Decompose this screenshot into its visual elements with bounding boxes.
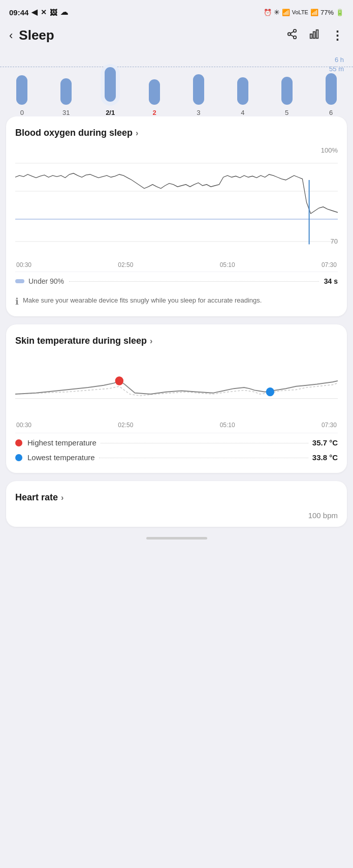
bottom-home-indicator[interactable]: [146, 537, 207, 540]
status-bar: 09:44 ◀ ✕ 🖼 ☁ ⏰ ✳ 📶 VoLTE 📶 77% 🔋: [0, 0, 353, 22]
skin-temp-arrow: ›: [150, 337, 152, 346]
date-label: 6: [329, 109, 333, 116]
svg-point-16: [266, 387, 274, 396]
high-temp-value: 35.7 °C: [312, 438, 338, 447]
x-icon: ✕: [41, 8, 47, 16]
x-label-0: 00:30: [16, 261, 31, 268]
skin-temp-svg: [15, 354, 338, 421]
date-label: 2: [152, 109, 156, 116]
heart-rate-card: Heart rate › 100 bpm: [6, 481, 347, 527]
y-label-min: 70: [331, 237, 338, 245]
date-label: 4: [241, 109, 244, 116]
st-x-label-0: 00:30: [16, 422, 31, 429]
date-item-5[interactable]: 5: [265, 76, 309, 116]
blood-oxygen-chart: 100% 70: [15, 146, 338, 258]
x-label-2: 05:10: [220, 261, 235, 268]
battery-text: 77%: [320, 9, 334, 16]
navigation-icon: ◀: [31, 8, 38, 17]
page-title: Sleep: [19, 27, 286, 43]
cloud-icon: ☁: [60, 8, 68, 17]
stats-button[interactable]: [309, 28, 320, 42]
x-label-3: 07:30: [322, 261, 337, 268]
st-x-label-3: 07:30: [322, 422, 337, 429]
heart-rate-title[interactable]: Heart rate ›: [15, 492, 338, 503]
nav-icons: ⋮: [286, 28, 344, 43]
time-display: 09:44: [9, 8, 28, 17]
date-item-0[interactable]: 0: [0, 74, 44, 116]
date-item-3[interactable]: 3: [177, 73, 221, 116]
legend-dot: [15, 279, 24, 283]
low-temp-value: 33.8 °C: [312, 453, 338, 462]
battery-icon: 🔋: [336, 9, 344, 16]
under-90-legend: Under 90% 34 s: [15, 272, 338, 287]
skin-temp-chart: [15, 354, 338, 421]
skin-temp-title[interactable]: Skin temperature during sleep ›: [15, 336, 338, 346]
date-label: 3: [197, 109, 200, 116]
wifi-icon: 📶: [282, 9, 290, 16]
info-text: Make sure your wearable device fits snug…: [23, 295, 338, 306]
low-temp-label: Lowest temperature: [27, 453, 95, 462]
lte-icon: VoLTE: [292, 9, 308, 15]
date-item-4[interactable]: 4: [220, 76, 265, 116]
info-row: ℹ Make sure your wearable device fits sn…: [15, 292, 338, 307]
date-label: 31: [62, 109, 70, 116]
date-scroll-inner: 6 h55 m 0 31 2/1 2 3 4 5: [0, 50, 353, 116]
back-button[interactable]: ‹: [9, 29, 13, 42]
blood-oxygen-arrow: ›: [136, 129, 138, 138]
image-icon: 🖼: [50, 8, 57, 17]
date-item-21[interactable]: 2/1: [88, 64, 133, 116]
skin-temp-x-labels: 00:30 02:50 05:10 07:30: [15, 422, 338, 429]
svg-line-4: [291, 32, 294, 34]
blood-oxygen-svg: [15, 146, 338, 258]
y-label-max: 100%: [321, 146, 338, 154]
legend-label: Under 90%: [28, 277, 64, 285]
st-x-label-2: 05:10: [220, 422, 235, 429]
svg-rect-5: [310, 34, 312, 38]
more-button[interactable]: ⋮: [331, 28, 344, 43]
legend-value: 34 s: [324, 277, 338, 285]
svg-point-15: [115, 376, 123, 385]
date-label: 0: [20, 109, 24, 116]
skin-temp-card: Skin temperature during sleep › 00:30 02…: [6, 324, 347, 473]
high-temp-label: Highest temperature: [27, 438, 97, 447]
top-nav: ‹ Sleep ⋮: [0, 22, 353, 50]
heart-rate-bpm: 100 bpm: [15, 511, 338, 520]
sleep-duration: 6 h55 m: [329, 55, 344, 74]
date-item-2[interactable]: 2: [133, 78, 177, 116]
low-temp-dot: [15, 454, 22, 461]
status-left: 09:44 ◀ ✕ 🖼 ☁: [9, 8, 68, 17]
highest-temp-row: Highest temperature 35.7 °C: [15, 433, 338, 449]
st-x-label-1: 02:50: [118, 422, 133, 429]
info-icon: ℹ: [15, 296, 19, 307]
signal-icon: 📶: [310, 9, 318, 16]
date-label: 5: [285, 109, 288, 116]
high-temp-dot: [15, 439, 22, 446]
alarm-icon: ⏰: [264, 9, 272, 16]
dotted-line: [0, 67, 353, 67]
heart-rate-arrow: ›: [61, 493, 63, 502]
date-label: 2/1: [106, 109, 115, 116]
date-item-31[interactable]: 31: [44, 77, 88, 116]
x-label-1: 02:50: [118, 261, 133, 268]
dotted-connector-2: [99, 458, 308, 458]
status-right: ⏰ ✳ 📶 VoLTE 📶 77% 🔋: [264, 8, 344, 16]
svg-rect-6: [313, 32, 315, 38]
share-button[interactable]: [286, 28, 298, 42]
date-item-6[interactable]: 6: [309, 72, 353, 116]
date-scroll[interactable]: 6 h55 m 0 31 2/1 2 3 4 5: [0, 50, 353, 116]
svg-rect-7: [316, 30, 318, 39]
svg-line-3: [291, 35, 294, 37]
dotted-connector: [101, 443, 308, 443]
bluetooth-icon: ✳: [274, 8, 280, 16]
lowest-temp-row: Lowest temperature 33.8 °C: [15, 449, 338, 464]
blood-oxygen-x-labels: 00:30 02:50 05:10 07:30: [15, 261, 338, 268]
blood-oxygen-title[interactable]: Blood oxygen during sleep ›: [15, 128, 338, 138]
blood-oxygen-card: Blood oxygen during sleep › 100% 70 00:3…: [6, 116, 347, 316]
